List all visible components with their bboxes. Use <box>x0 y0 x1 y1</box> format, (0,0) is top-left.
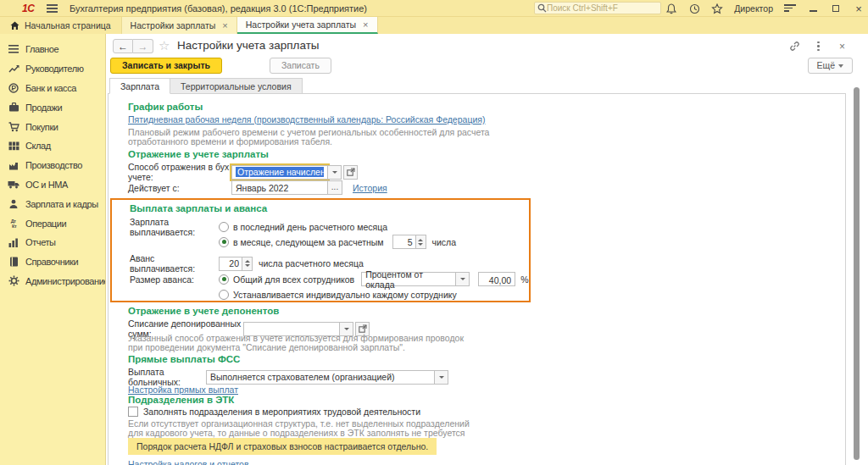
favorites-star-icon[interactable] <box>711 3 723 14</box>
sidebar-label: Главное <box>25 44 58 54</box>
current-user-label[interactable]: Директор <box>734 3 773 14</box>
advance-percent-input[interactable] <box>478 272 515 286</box>
sidebar-label: ОС и НМА <box>25 180 68 190</box>
section-title-work-schedule: График работы <box>128 102 203 112</box>
notifications-bell-icon[interactable] <box>665 3 677 14</box>
section-title-depositors: Отражение в учете депонентов <box>128 306 279 316</box>
vertical-scrollbar[interactable] <box>854 87 860 460</box>
sidebar-item-operations[interactable]: Дт Кт Операции <box>0 213 105 233</box>
form-content: График работы Пятидневная рабочая неделя… <box>108 93 846 465</box>
search-input[interactable] <box>547 3 655 13</box>
history-link[interactable]: История <box>353 183 387 193</box>
radio-individual-advance[interactable] <box>219 290 229 300</box>
close-window-icon[interactable]: × <box>853 3 865 14</box>
sidebar-item-production[interactable]: Производство <box>0 156 105 175</box>
advance-method-dropdown-icon[interactable] <box>456 272 470 286</box>
direct-payments-settings-link[interactable]: Настройка прямых выплат <box>128 385 238 395</box>
title-bar: 1С Бухгалтерия предприятия (базовая), ре… <box>0 0 868 17</box>
grid-boxes-icon <box>8 140 19 152</box>
tab-label: Настройки учета зарплаты <box>246 19 356 30</box>
close-tab-icon[interactable]: × <box>363 19 368 30</box>
advance-day-stepper[interactable] <box>219 257 242 271</box>
tab-salary-settings[interactable]: Настройки зарплаты × <box>121 17 237 34</box>
sidebar-label: Покупки <box>25 122 58 132</box>
sick-pay-dropdown-icon[interactable] <box>435 370 448 385</box>
section-title-salary-reflection: Отражение в учете зарплаты <box>128 149 269 159</box>
minimize-window-icon[interactable] <box>807 3 819 14</box>
section-title-fss: Прямые выплаты ФСС <box>128 354 240 364</box>
sidebar-item-purchases[interactable]: Покупки <box>0 117 105 136</box>
salary-paid-label: Зарплата выплачивается: <box>130 217 219 237</box>
tab-label: Настройки зарплаты <box>131 20 216 30</box>
service-menu-icon[interactable] <box>784 3 796 14</box>
sidebar-label: Операции <box>25 219 66 229</box>
save-button[interactable]: Записать <box>270 58 331 74</box>
tab-home-page[interactable]: Начальная страница <box>0 17 121 34</box>
more-label: Ещё <box>817 60 835 70</box>
effective-date-label: Действует с: <box>128 183 231 193</box>
menu-lines-icon <box>8 43 19 55</box>
add-favorite-star-icon[interactable]: ☆ <box>159 38 170 53</box>
gear-icon <box>8 275 19 287</box>
restore-window-icon[interactable] <box>830 3 842 14</box>
more-button[interactable]: Ещё <box>808 58 853 74</box>
work-schedule-link[interactable]: Пятидневная рабочая неделя (производстве… <box>128 114 485 125</box>
tab-label: Начальная страница <box>25 20 111 30</box>
save-and-close-button[interactable]: Записать и закрыть <box>110 58 222 74</box>
advance-method-combo[interactable]: Процентом от оклада <box>361 272 456 286</box>
tab-salary-accounting-settings[interactable]: Настройки учета зарплаты × <box>237 17 378 34</box>
reflection-method-combo[interactable]: Отражение начислений п <box>231 165 328 180</box>
1c-logo: 1С <box>22 3 34 14</box>
more-options-icon[interactable] <box>813 41 824 52</box>
payment-day-stepper[interactable] <box>392 235 416 249</box>
factory-icon <box>8 159 19 171</box>
sidebar-item-administration[interactable]: Администрирование <box>0 272 105 291</box>
radio-common-advance[interactable] <box>219 274 229 285</box>
sidebar-item-main[interactable]: Главное <box>0 40 105 59</box>
sidebar-item-fixed-assets[interactable]: ОС и НМА <box>0 175 105 195</box>
sidebar-item-manager[interactable]: Руководителю <box>0 59 105 79</box>
app-window: 1С Бухгалтерия предприятия (базовая), ре… <box>0 0 868 465</box>
depositors-desc-line2: при проведении документа "Списание депон… <box>128 342 405 352</box>
close-tab-icon[interactable]: × <box>222 20 227 30</box>
effective-date-picker-icon[interactable]: ... <box>328 180 342 195</box>
sidebar-label: Администрирование <box>25 276 105 286</box>
cart-icon <box>8 121 19 133</box>
sidebar-item-warehouse[interactable]: Склад <box>0 136 105 156</box>
form-tab-salary[interactable]: Зарплата <box>109 78 170 94</box>
effective-date-input[interactable] <box>231 180 328 195</box>
sidebar-label: Отчеты <box>25 237 56 247</box>
form-tab-territorial[interactable]: Территориальные условия <box>170 78 303 94</box>
radio-next-month[interactable] <box>219 237 229 247</box>
sidebar-item-reports[interactable]: Отчеты <box>0 233 105 252</box>
fill-departments-checkbox[interactable] <box>128 407 138 417</box>
history-icon[interactable] <box>688 3 700 14</box>
reflection-method-dropdown-icon[interactable] <box>328 165 342 180</box>
nav-back-button[interactable]: ← <box>113 39 133 53</box>
work-schedule-desc-line2: отработанного времени и формирования таб… <box>128 136 332 147</box>
radio-last-day[interactable] <box>219 222 229 232</box>
reflection-method-open-icon[interactable] <box>343 165 358 180</box>
sidebar-item-salary-hr[interactable]: Зарплата и кадры <box>0 194 105 213</box>
global-search[interactable] <box>534 2 661 14</box>
main-menu-icon[interactable] <box>47 4 58 13</box>
chevron-down-icon <box>838 64 843 68</box>
nav-forward-button[interactable]: → <box>133 39 153 53</box>
advance-size-label: Размер аванса: <box>130 274 219 285</box>
fill-departments-label: Заполнять подразделения в мероприятиях т… <box>143 407 420 417</box>
home-icon <box>10 21 19 30</box>
taxes-reports-link[interactable]: Настройка налогов и отчетов <box>128 459 249 465</box>
close-form-icon[interactable]: × <box>837 41 848 52</box>
reflection-method-label: Способ отражения в бух учете: <box>128 162 231 182</box>
get-link-icon[interactable] <box>789 41 800 52</box>
advance-paid-label: Аванс выплачивается: <box>130 253 219 274</box>
payment-day-spin-icons[interactable] <box>416 235 426 249</box>
sidebar-label: Банк и касса <box>25 83 76 93</box>
sidebar-item-sales[interactable]: Продажи <box>0 97 105 117</box>
advance-day-spin-icons[interactable] <box>242 257 253 271</box>
sidebar-item-directories[interactable]: Справочники <box>0 252 105 272</box>
person-icon <box>8 198 19 210</box>
sidebar-item-bank-cash[interactable]: Банк и касса <box>0 79 105 98</box>
sick-pay-combo[interactable]: Выполняется страхователем (организацией) <box>206 370 435 385</box>
debit-credit-icon: Дт Кт <box>8 218 19 230</box>
